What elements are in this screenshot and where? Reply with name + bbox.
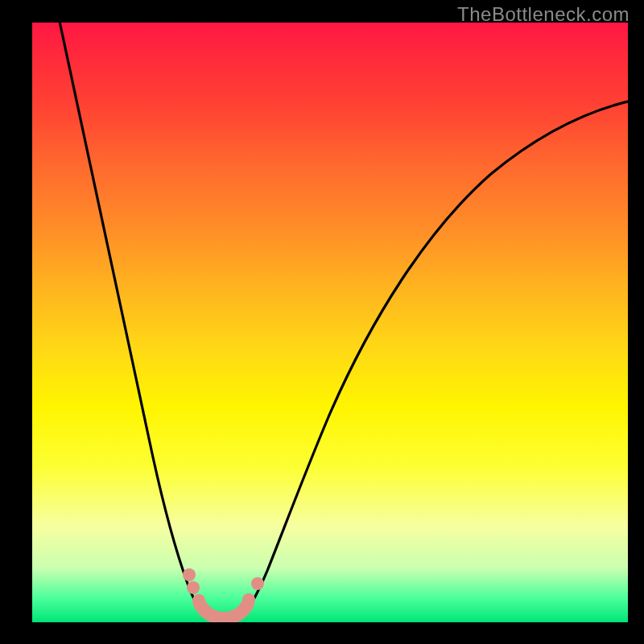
- curve-marker: [187, 581, 200, 594]
- bottleneck-curve: [56, 23, 628, 617]
- bottleneck-curve-svg: [32, 23, 628, 622]
- bottleneck-plot: [32, 23, 628, 622]
- curve-marker: [183, 568, 196, 581]
- curve-valley-arc: [200, 604, 248, 618]
- chart-container: TheBottleneck.com: [0, 0, 644, 644]
- watermark-text: TheBottleneck.com: [457, 3, 630, 26]
- curve-marker: [251, 577, 264, 590]
